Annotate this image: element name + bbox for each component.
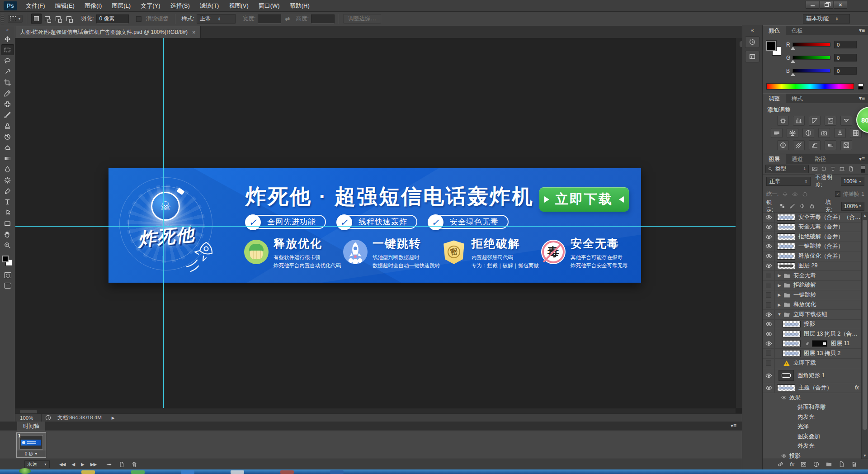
collapsed-properties-panel-icon[interactable] — [745, 51, 760, 62]
workspace-switcher[interactable]: 基本功能 ⇕ — [803, 14, 850, 24]
hidden-layer-checkbox[interactable] — [766, 273, 771, 278]
type-filter-icon[interactable] — [830, 166, 836, 172]
menu-item-6[interactable]: 滤镜(T) — [195, 2, 224, 9]
blur-tool[interactable] — [1, 164, 14, 175]
tab-timeline[interactable]: 时间轴 — [17, 422, 45, 431]
menu-item-1[interactable]: 编辑(E) — [50, 2, 80, 9]
propagate-checkbox[interactable]: ✓ — [835, 191, 840, 197]
layer-row[interactable]: ▶一键跳转 — [763, 290, 868, 300]
slider-handle[interactable] — [791, 60, 795, 63]
vibrance-icon[interactable] — [840, 116, 852, 126]
selective-color-icon[interactable] — [840, 140, 852, 150]
type-tool[interactable] — [1, 196, 14, 207]
lock-pixels-icon[interactable] — [789, 203, 795, 209]
layer-row[interactable]: 外发光 — [763, 441, 868, 451]
visibility-toggle[interactable] — [763, 213, 775, 222]
filter-toggle[interactable] — [861, 166, 865, 173]
new-selection-mode[interactable] — [31, 14, 42, 24]
layer-row[interactable]: 释放优化（合并） — [763, 251, 868, 261]
visibility-toggle[interactable] — [763, 242, 775, 251]
visibility-toggle[interactable] — [763, 223, 775, 232]
visibility-toggle[interactable] — [763, 290, 775, 300]
width-input[interactable] — [258, 14, 281, 24]
fill-select[interactable]: 100%▼ — [841, 202, 864, 211]
frame-delay-select[interactable]: 0 秒▼ — [17, 450, 46, 457]
unify-visibility-icon[interactable] — [792, 191, 798, 197]
subtract-selection-mode[interactable] — [53, 14, 63, 24]
slider-value[interactable]: 0 — [834, 67, 857, 75]
delete-frame-icon[interactable] — [131, 461, 137, 468]
invert-icon[interactable] — [777, 140, 789, 150]
layer-row[interactable]: ▶拒绝破解 — [763, 281, 868, 291]
move-tool[interactable] — [1, 33, 14, 44]
layer-row[interactable]: 圆角矩形 1 — [763, 368, 868, 383]
layer-row[interactable]: 拒绝破解（合并） — [763, 232, 868, 242]
expand-panels-icon[interactable]: « — [742, 25, 762, 33]
lock-transparency-icon[interactable] — [779, 203, 785, 209]
visibility-toggle[interactable] — [763, 383, 775, 393]
history-brush-tool[interactable] — [1, 131, 14, 142]
visibility-toggle[interactable] — [763, 261, 775, 271]
intersect-selection-mode[interactable] — [64, 14, 74, 24]
slider-handle[interactable] — [791, 73, 795, 76]
posterize-icon[interactable] — [793, 140, 805, 150]
visibility-toggle[interactable] — [763, 329, 775, 339]
layer-mask-thumbnail[interactable] — [812, 340, 827, 347]
layer-thumbnail[interactable] — [777, 384, 795, 391]
collapse-toolstrip-icon[interactable]: » — [0, 26, 15, 33]
panel-menu-icon[interactable]: ▾≡ — [859, 95, 865, 101]
panel-menu-icon[interactable]: ▾≡ — [859, 156, 865, 162]
layer-row[interactable]: 立即下载 — [763, 359, 868, 369]
effect-visibility-icon[interactable] — [781, 395, 787, 400]
visibility-toggle[interactable] — [763, 368, 775, 383]
layer-thumbnail[interactable] — [777, 262, 795, 269]
blend-mode-select[interactable]: 正常⇕ — [766, 177, 811, 186]
layer-row[interactable]: 安全无毒（合并）（合… — [763, 213, 868, 223]
layers-scrollbar[interactable]: ▲▼ — [861, 213, 868, 459]
group-expander-icon[interactable]: ▶ — [777, 273, 782, 278]
tab-色板[interactable]: 色板 — [786, 26, 809, 35]
color-swatches[interactable] — [1, 255, 14, 269]
tab-通道[interactable]: 通道 — [786, 154, 809, 164]
layer-thumbnail[interactable] — [777, 243, 795, 250]
horizontal-guide[interactable] — [15, 226, 736, 227]
color-balance-icon[interactable] — [787, 128, 798, 138]
layer-row[interactable]: 投影 — [763, 320, 868, 330]
swap-dimensions-icon[interactable]: ⇄ — [285, 15, 290, 22]
foreground-background-swatches[interactable] — [766, 41, 784, 59]
refine-edge-button[interactable]: 调整边缘… — [343, 14, 382, 24]
spectrum-end-swatches[interactable] — [858, 83, 863, 90]
panel-menu-icon[interactable]: ▾≡ — [731, 422, 736, 429]
foreground-color-swatch[interactable] — [2, 256, 9, 262]
fx-badge[interactable]: fx — [855, 384, 859, 391]
hidden-layer-checkbox[interactable] — [766, 283, 771, 288]
layer-thumbnail[interactable] — [783, 331, 801, 337]
vertical-guide[interactable] — [163, 38, 164, 408]
close-button[interactable]: × — [834, 1, 847, 9]
delete-layer-icon[interactable] — [851, 461, 858, 468]
zoom-tool[interactable] — [1, 240, 14, 251]
unify-style-icon[interactable] — [802, 191, 808, 197]
opacity-select[interactable]: 100%▼ — [841, 177, 864, 186]
channel-mixer-icon[interactable] — [834, 128, 846, 138]
eyedropper-tool[interactable] — [1, 88, 14, 99]
quick-selection-tool[interactable] — [1, 66, 14, 77]
hidden-layer-checkbox[interactable] — [766, 360, 771, 366]
layer-filter-select[interactable]: 类型 ⇕ — [765, 165, 809, 173]
visibility-toggle[interactable] — [763, 251, 775, 261]
feather-input[interactable]: 0 像素 — [96, 14, 129, 24]
hidden-layer-checkbox[interactable] — [766, 302, 771, 308]
exposure-icon[interactable] — [825, 116, 836, 126]
layer-thumbnail[interactable] — [777, 233, 795, 240]
visibility-toggle[interactable] — [763, 232, 775, 242]
visibility-toggle[interactable] — [763, 310, 775, 319]
layer-row[interactable]: 效果 — [763, 393, 868, 403]
menu-item-0[interactable]: 文件(F) — [21, 2, 50, 9]
hand-tool[interactable] — [1, 229, 14, 240]
canvas-area[interactable]: ☠ 炸死他 炸死他 · 超强短信电话轰炸机 立即下载 ✓全 — [15, 38, 736, 408]
menu-item-9[interactable]: 帮助(H) — [285, 2, 315, 9]
layer-thumbnail[interactable] — [777, 214, 795, 221]
tween-icon[interactable] — [106, 461, 112, 468]
layer-row[interactable]: ▶安全无毒 — [763, 271, 868, 281]
slider-track[interactable] — [793, 43, 830, 47]
